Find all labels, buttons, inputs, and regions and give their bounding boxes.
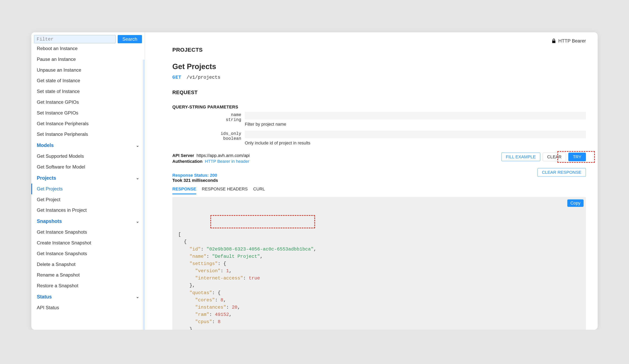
sidebar-item[interactable]: Restore a Snapshot: [31, 280, 145, 291]
sidebar-item[interactable]: Get Instance GPIOs: [31, 97, 145, 108]
param-row: ids_only boolean Only include id of proj…: [172, 131, 586, 146]
param-name: name: [172, 113, 241, 118]
tab-response[interactable]: RESPONSE: [172, 187, 196, 194]
try-button[interactable]: TRY: [568, 153, 586, 161]
sidebar-item[interactable]: Set state of Instance: [31, 86, 145, 97]
sidebar-item[interactable]: Get state of Instance: [31, 75, 145, 86]
auth-label: Authentication: [172, 159, 202, 164]
sidebar-item[interactable]: API Status: [31, 302, 145, 313]
sidebar-section-models[interactable]: Models ⌄: [31, 140, 145, 151]
annotation-highlight: [210, 215, 315, 228]
sidebar-item[interactable]: Set Instance Peripherals: [31, 129, 145, 140]
http-method: GET: [172, 75, 181, 80]
sidebar-item[interactable]: Get Software for Model: [31, 162, 145, 172]
sidebar-item[interactable]: Get Supported Models: [31, 151, 145, 162]
section-label: Projects: [37, 175, 56, 181]
param-row: name string Filter by project name: [172, 112, 586, 127]
param-desc: Filter by project name: [245, 122, 586, 127]
main-content: HTTP Bearer PROJECTS Get Projects GET /v…: [145, 32, 598, 330]
sidebar-item[interactable]: Get Project: [31, 194, 145, 205]
json-content: [ { "id": "02e9b308-6323-4056-ac0c-6553a…: [178, 231, 580, 330]
param-desc: Only include id of project in results: [245, 140, 586, 146]
param-type: string: [172, 118, 241, 122]
request-heading: REQUEST: [172, 89, 586, 96]
param-name: ids_only: [172, 131, 241, 136]
endpoint-title: Get Projects: [172, 62, 586, 71]
sidebar-item[interactable]: Set Instance GPIOs: [31, 108, 145, 119]
sidebar-item[interactable]: Rename a Snapshot: [31, 270, 145, 280]
param-input-ids-only[interactable]: [245, 131, 586, 138]
action-buttons: FILL EXAMPLE CLEAR TRY: [501, 153, 586, 161]
clear-button[interactable]: CLEAR: [543, 153, 566, 161]
chevron-down-icon: ⌄: [136, 294, 139, 299]
sidebar-item-get-projects[interactable]: Get Projects: [31, 184, 145, 194]
sidebar-item[interactable]: Get Instance Snapshots: [31, 248, 145, 259]
sidebar-section-projects[interactable]: Projects ⌄: [31, 172, 145, 184]
param-input-name[interactable]: [245, 112, 586, 119]
sidebar-item[interactable]: Delete a Snapshot: [31, 259, 145, 270]
tab-response-headers[interactable]: RESPONSE HEADERS: [202, 187, 248, 194]
filter-input[interactable]: [34, 35, 116, 43]
auth-link[interactable]: HTTP Bearer in header: [205, 159, 249, 164]
endpoint-signature: GET /v1/projects: [172, 75, 586, 80]
response-status: Response Status: 200 Took 321 millisecon…: [172, 173, 586, 183]
sidebar-item[interactable]: Create Instance Snapshot: [31, 238, 145, 248]
status-code-label: Response Status: 200: [172, 173, 586, 178]
sidebar-item[interactable]: Reboot an Instance: [31, 43, 145, 54]
copy-button[interactable]: Copy: [567, 199, 584, 207]
sidebar-nav: Reboot an Instance Pause an Instance Unp…: [31, 43, 145, 313]
response-body: Copy [ { "id": "02e9b308-6323-4056-ac0c-…: [172, 197, 586, 330]
api-server-value: https://app.avh.arm.com/api: [197, 153, 250, 158]
sidebar-scrollbar[interactable]: [143, 60, 145, 330]
qsp-heading: QUERY-STRING PARAMETERS: [172, 105, 586, 110]
sidebar-item[interactable]: Get Instances in Project: [31, 205, 145, 216]
server-info: API Server https://app.avh.arm.com/api A…: [172, 153, 250, 164]
auth-badge-label: HTTP Bearer: [558, 38, 586, 44]
sidebar-item[interactable]: Get Instance Peripherals: [31, 119, 145, 129]
sidebar: Search Reboot an Instance Pause an Insta…: [31, 32, 145, 330]
param-type: boolean: [172, 136, 241, 141]
sidebar-section-status[interactable]: Status ⌄: [31, 291, 145, 302]
lock-icon: [552, 38, 556, 43]
api-server-label: API Server: [172, 153, 194, 158]
timing-label: Took 321 milliseconds: [172, 178, 586, 183]
fill-example-button[interactable]: FILL EXAMPLE: [501, 153, 540, 161]
breadcrumb: PROJECTS: [172, 47, 586, 53]
response-tabs: RESPONSE RESPONSE HEADERS CURL: [172, 187, 586, 194]
tab-curl[interactable]: CURL: [253, 187, 265, 194]
sidebar-item[interactable]: Get Instance Snapshots: [31, 227, 145, 238]
chevron-down-icon: ⌄: [136, 176, 139, 180]
section-label: Status: [37, 294, 52, 300]
section-label: Snapshots: [37, 218, 62, 224]
sidebar-item[interactable]: Unpause an Instance: [31, 65, 145, 76]
sidebar-section-snapshots[interactable]: Snapshots ⌄: [31, 216, 145, 227]
chevron-down-icon: ⌄: [136, 219, 139, 224]
chevron-down-icon: ⌄: [136, 143, 139, 148]
api-doc-panel: Search Reboot an Instance Pause an Insta…: [31, 32, 598, 330]
clear-response-button[interactable]: CLEAR RESPONSE: [537, 168, 586, 177]
http-path: /v1/projects: [187, 75, 220, 80]
sidebar-item[interactable]: Pause an Instance: [31, 54, 145, 65]
search-button[interactable]: Search: [118, 35, 142, 43]
auth-badge[interactable]: HTTP Bearer: [552, 38, 586, 44]
section-label: Models: [37, 142, 54, 148]
svg-rect-0: [552, 40, 556, 43]
